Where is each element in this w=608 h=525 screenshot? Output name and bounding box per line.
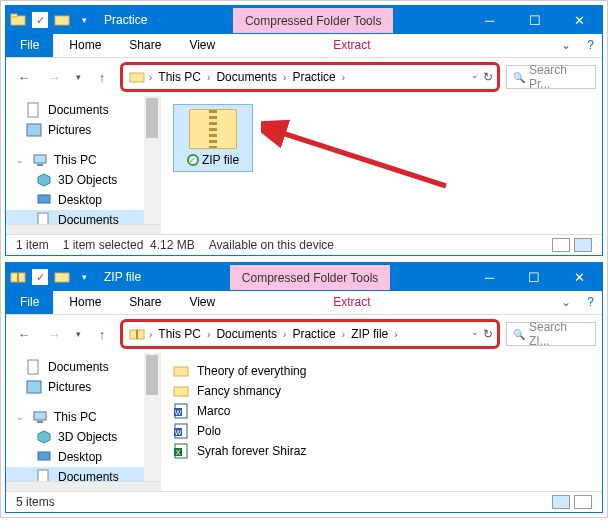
minimize-button[interactable]: ─: [467, 263, 512, 291]
quick-access-toolbar: ✓ ▾: [6, 269, 92, 285]
address-bar[interactable]: › This PC › Documents › Practice › ⌄ ↻: [120, 62, 500, 92]
search-input[interactable]: 🔍 Search ZI...: [506, 322, 596, 346]
tab-file[interactable]: File: [6, 291, 53, 314]
tab-home[interactable]: Home: [55, 34, 115, 57]
sidebar-item-pictures[interactable]: Pictures: [6, 120, 160, 140]
icons-view-button[interactable]: [574, 238, 592, 252]
qat-dropdown-icon[interactable]: ▾: [76, 269, 92, 285]
address-bar[interactable]: › This PC › Documents › Practice › ZIP f…: [120, 319, 500, 349]
chevron-right-icon[interactable]: ›: [281, 329, 288, 340]
sidebar-item-3dobjects[interactable]: 3D Objects: [6, 427, 160, 447]
breadcrumb-practice[interactable]: Practice: [288, 68, 339, 86]
up-button[interactable]: ↑: [90, 322, 114, 346]
new-folder-icon[interactable]: [54, 12, 70, 28]
breadcrumb-documents[interactable]: Documents: [212, 68, 281, 86]
close-button[interactable]: ✕: [557, 263, 602, 291]
tab-view[interactable]: View: [175, 291, 229, 314]
chevron-right-icon[interactable]: ›: [205, 72, 212, 83]
list-item[interactable]: Theory of everything: [173, 361, 590, 381]
icons-view-button[interactable]: [574, 495, 592, 509]
breadcrumb-thispc[interactable]: This PC: [154, 68, 205, 86]
titlebar[interactable]: ✓ ▾ Practice Compressed Folder Tools ─ ☐…: [6, 6, 602, 34]
sidebar-item-desktop[interactable]: Desktop: [6, 190, 160, 210]
contextual-tab-label[interactable]: Compressed Folder Tools: [230, 265, 391, 290]
forward-button[interactable]: →: [42, 322, 66, 346]
chevron-right-icon[interactable]: ›: [205, 329, 212, 340]
tab-home[interactable]: Home: [55, 291, 115, 314]
file-view[interactable]: ✓ZIP file: [161, 96, 602, 234]
ribbon-collapse-icon[interactable]: ⌄: [553, 291, 579, 314]
recent-dropdown-icon[interactable]: ▾: [72, 322, 84, 346]
tab-share[interactable]: Share: [115, 34, 175, 57]
close-button[interactable]: ✕: [557, 6, 602, 34]
recent-dropdown-icon[interactable]: ▾: [72, 65, 84, 89]
tab-file[interactable]: File: [6, 34, 53, 57]
navigation-pane[interactable]: Documents Pictures ⌄This PC 3D Objects D…: [6, 353, 161, 491]
breadcrumb-thispc[interactable]: This PC: [154, 325, 205, 343]
sidebar-item-documents[interactable]: Documents: [6, 100, 160, 120]
contextual-tab-label[interactable]: Compressed Folder Tools: [233, 8, 394, 33]
sidebar-item-3dobjects[interactable]: 3D Objects: [6, 170, 160, 190]
list-item[interactable]: WPolo: [173, 421, 590, 441]
chevron-right-icon[interactable]: ›: [147, 72, 154, 83]
search-placeholder: Search Pr...: [529, 63, 589, 91]
sidebar-scroll-horizontal[interactable]: [6, 224, 160, 234]
minimize-button[interactable]: ─: [467, 6, 512, 34]
navigation-pane[interactable]: Documents Pictures ⌄This PC 3D Objects D…: [6, 96, 161, 234]
details-view-button[interactable]: [552, 495, 570, 509]
file-item-zip[interactable]: ✓ZIP file: [173, 104, 253, 172]
properties-icon[interactable]: ✓: [32, 269, 48, 285]
back-button[interactable]: ←: [12, 322, 36, 346]
window-title: Practice: [92, 13, 159, 27]
file-view[interactable]: Theory of everything Fancy shmancy WMarc…: [161, 353, 602, 491]
svg-rect-20: [37, 421, 43, 423]
svg-rect-5: [27, 124, 41, 136]
up-button[interactable]: ↑: [90, 65, 114, 89]
sidebar-item-thispc[interactable]: ⌄This PC: [6, 150, 160, 170]
list-item[interactable]: Fancy shmancy: [173, 381, 590, 401]
properties-icon[interactable]: ✓: [32, 12, 48, 28]
maximize-button[interactable]: ☐: [512, 6, 557, 34]
ribbon-collapse-icon[interactable]: ⌄: [553, 34, 579, 57]
details-view-button[interactable]: [552, 238, 570, 252]
sync-status-icon: ✓: [187, 154, 199, 166]
chevron-right-icon[interactable]: ›: [281, 72, 288, 83]
maximize-button[interactable]: ☐: [512, 263, 557, 291]
refresh-icon[interactable]: ↻: [483, 327, 493, 341]
help-icon[interactable]: ?: [579, 34, 602, 57]
chevron-right-icon[interactable]: ›: [392, 329, 399, 340]
refresh-icon[interactable]: ↻: [483, 70, 493, 84]
ribbon-tabs: File Home Share View Extract ⌄ ?: [6, 34, 602, 58]
tab-share[interactable]: Share: [115, 291, 175, 314]
sidebar-item-documents[interactable]: Documents: [6, 357, 160, 377]
breadcrumb-documents[interactable]: Documents: [212, 325, 281, 343]
qat-dropdown-icon[interactable]: ▾: [76, 12, 92, 28]
help-icon[interactable]: ?: [579, 291, 602, 314]
tab-extract[interactable]: Extract: [319, 34, 384, 57]
titlebar[interactable]: ✓ ▾ ZIP file Compressed Folder Tools ─ ☐…: [6, 263, 602, 291]
sidebar-item-desktop[interactable]: Desktop: [6, 447, 160, 467]
svg-rect-19: [34, 412, 46, 420]
breadcrumb-zipfile[interactable]: ZIP file: [347, 325, 392, 343]
tab-view[interactable]: View: [175, 34, 229, 57]
breadcrumb-practice[interactable]: Practice: [288, 325, 339, 343]
sidebar-scroll-vertical[interactable]: [144, 96, 160, 224]
sidebar-scroll-vertical[interactable]: [144, 353, 160, 481]
forward-button[interactable]: →: [42, 65, 66, 89]
chevron-right-icon[interactable]: ›: [340, 329, 347, 340]
address-dropdown-icon[interactable]: ⌄: [471, 70, 479, 84]
search-input[interactable]: 🔍 Search Pr...: [506, 65, 596, 89]
list-item[interactable]: WMarco: [173, 401, 590, 421]
list-item[interactable]: XSyrah forever Shiraz: [173, 441, 590, 461]
chevron-down-icon[interactable]: ⌄: [16, 412, 26, 422]
tab-extract[interactable]: Extract: [319, 291, 384, 314]
chevron-down-icon[interactable]: ⌄: [16, 155, 26, 165]
address-dropdown-icon[interactable]: ⌄: [471, 327, 479, 341]
chevron-right-icon[interactable]: ›: [340, 72, 347, 83]
sidebar-item-pictures[interactable]: Pictures: [6, 377, 160, 397]
sidebar-item-thispc[interactable]: ⌄This PC: [6, 407, 160, 427]
chevron-right-icon[interactable]: ›: [147, 329, 154, 340]
back-button[interactable]: ←: [12, 65, 36, 89]
sidebar-scroll-horizontal[interactable]: [6, 481, 160, 491]
new-folder-icon[interactable]: [54, 269, 70, 285]
